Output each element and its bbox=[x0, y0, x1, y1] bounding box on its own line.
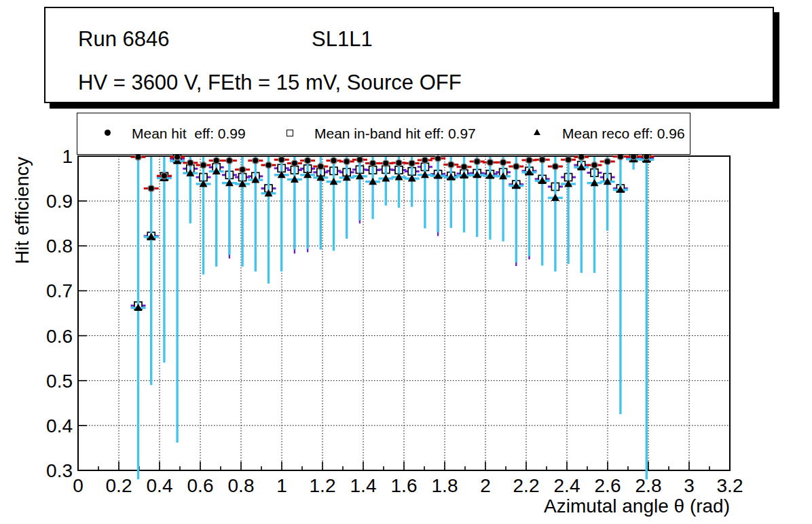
title-chamber-label: SL1L1 bbox=[312, 27, 373, 52]
grid-layer bbox=[78, 156, 730, 470]
x-tick-label: 1.8 bbox=[432, 475, 458, 496]
y-tick-label: 0.6 bbox=[46, 326, 73, 347]
y-tick-label: 0.8 bbox=[46, 236, 73, 257]
marker-hit-circle bbox=[435, 155, 441, 162]
marker-hit-circle bbox=[278, 157, 284, 163]
y-tick-label: 0.7 bbox=[46, 280, 73, 301]
y-tick-label: 1 bbox=[62, 146, 73, 167]
marker-hit-circle bbox=[174, 154, 181, 160]
open-square-icon bbox=[287, 130, 293, 136]
marker-hit-circle bbox=[318, 164, 324, 170]
title-conditions: HV = 3600 V, FEth = 15 mV, Source OFF bbox=[78, 71, 462, 95]
legend-label-reco: Mean reco eff: 0.96 bbox=[562, 126, 685, 142]
marker-hit-circle bbox=[200, 162, 206, 168]
marker-hit-circle bbox=[213, 157, 219, 164]
marker-hit-circle bbox=[461, 164, 467, 170]
x-tick-label: 0.8 bbox=[228, 475, 255, 496]
marker-hit-circle bbox=[474, 158, 480, 164]
marker-hit-circle bbox=[526, 157, 532, 163]
x-tick-label: 1.6 bbox=[391, 475, 418, 496]
x-tick-label: 3 bbox=[684, 475, 695, 496]
y-tick-label: 0.9 bbox=[46, 191, 73, 212]
marker-hit-circle bbox=[356, 157, 363, 163]
y-tick-label: 0.5 bbox=[46, 371, 73, 392]
legend-label-hit: Mean hit eff: 0.99 bbox=[132, 126, 246, 142]
marker-hit-circle bbox=[500, 160, 506, 166]
marker-hit-circle bbox=[591, 162, 597, 168]
marker-hit-circle bbox=[148, 185, 154, 191]
x-tick-label: 2.8 bbox=[635, 475, 662, 496]
marker-hit-circle bbox=[448, 162, 454, 168]
title-run-number: Run 6846 bbox=[78, 27, 169, 52]
marker-hit-circle bbox=[552, 164, 558, 170]
data-layer bbox=[131, 153, 654, 479]
x-tick-label: 0.2 bbox=[106, 475, 132, 496]
y-tick-label: 0.4 bbox=[46, 415, 73, 436]
y-axis-title: Hit efficiency bbox=[12, 157, 33, 264]
marker-hit-circle bbox=[422, 157, 428, 163]
x-tick-label: 0.4 bbox=[147, 475, 173, 496]
marker-hit-circle bbox=[135, 154, 141, 160]
x-tick-label: 1.4 bbox=[350, 475, 377, 496]
y-tick-label: 0.3 bbox=[46, 460, 73, 481]
title-box: Run 6846 SL1L1 HV = 3600 V, FEth = 15 mV… bbox=[44, 7, 774, 103]
x-tick-label: 0 bbox=[73, 475, 84, 496]
x-tick-label: 2 bbox=[480, 475, 491, 496]
marker-hit-circle bbox=[253, 157, 259, 164]
marker-hit-circle bbox=[187, 160, 193, 166]
marker-hit-circle bbox=[409, 160, 415, 166]
marker-hit-circle bbox=[240, 166, 246, 172]
marker-hit-circle bbox=[331, 157, 337, 164]
legend-label-inband: Mean in-band hit eff: 0.97 bbox=[314, 126, 476, 142]
filled-circle-icon bbox=[105, 130, 111, 136]
marker-hit-circle bbox=[566, 157, 572, 163]
x-tick-label: 2.2 bbox=[513, 475, 540, 496]
x-tick-label: 0.6 bbox=[187, 475, 214, 496]
marker-hit-circle bbox=[539, 157, 545, 163]
marker-hit-circle bbox=[265, 162, 272, 168]
root-canvas: 00.20.40.60.811.21.41.61.822.22.42.62.83… bbox=[0, 0, 812, 524]
x-tick-label: 2.6 bbox=[595, 475, 621, 496]
legend-box: Mean hit eff: 0.99 Mean in-band hit eff:… bbox=[77, 113, 690, 155]
marker-hit-circle bbox=[513, 164, 519, 170]
marker-hit-circle bbox=[291, 160, 297, 166]
filled-triangle-icon bbox=[534, 129, 540, 135]
marker-hit-circle bbox=[344, 158, 350, 164]
marker-hit-circle bbox=[383, 160, 389, 166]
marker-hit-circle bbox=[226, 157, 232, 164]
x-tick-label: 1.2 bbox=[310, 475, 336, 496]
x-tick-label: 1 bbox=[276, 475, 287, 496]
marker-hit-circle bbox=[370, 160, 376, 166]
x-tick-label: 2.4 bbox=[554, 475, 580, 496]
x-axis-title: Azimutal angle θ (rad) bbox=[544, 495, 730, 517]
marker-hit-circle bbox=[396, 160, 402, 166]
x-tick-label: 3.2 bbox=[717, 475, 743, 496]
marker-hit-circle bbox=[305, 157, 311, 164]
marker-hit-circle bbox=[161, 173, 167, 179]
marker-hit-circle bbox=[604, 158, 610, 164]
marker-hit-circle bbox=[487, 160, 493, 166]
marker-hit-circle bbox=[578, 154, 585, 160]
